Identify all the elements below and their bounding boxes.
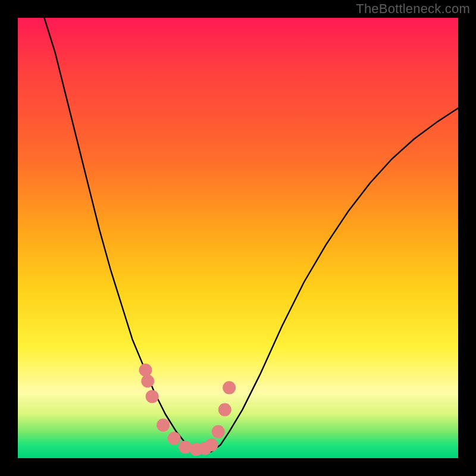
- curve-svg: [18, 18, 458, 458]
- highlight-dot: [141, 375, 154, 388]
- plot-area: [18, 18, 458, 458]
- highlight-dot: [146, 390, 159, 403]
- highlight-dots: [139, 364, 236, 456]
- bottleneck-curve: [44, 18, 458, 453]
- highlight-dot: [168, 432, 181, 445]
- highlight-dot: [178, 441, 192, 454]
- main-curve-path: [44, 18, 458, 453]
- chart-frame: TheBottleneck.com: [0, 0, 476, 476]
- highlight-dot: [205, 439, 218, 452]
- highlight-dot: [156, 419, 170, 432]
- watermark-text: TheBottleneck.com: [356, 1, 470, 17]
- highlight-dot: [223, 381, 236, 394]
- highlight-dot: [212, 425, 225, 439]
- highlight-dot: [218, 403, 231, 416]
- highlight-dot: [139, 364, 152, 377]
